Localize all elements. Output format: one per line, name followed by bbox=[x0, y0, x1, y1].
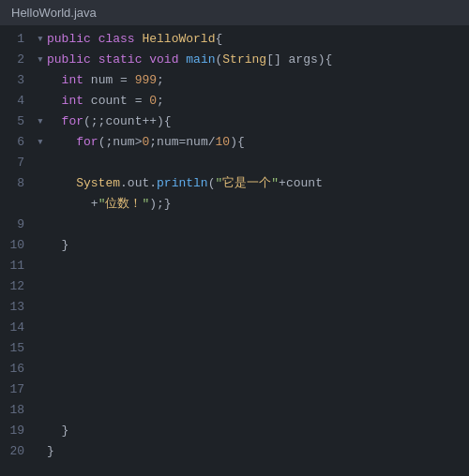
code-line-18: 18 bbox=[0, 400, 469, 421]
fold-arrow-8 bbox=[34, 173, 47, 194]
code-line-11: 11 bbox=[0, 256, 469, 276]
line-content-6: for(;num>0;num=num/10){ bbox=[47, 132, 245, 153]
code-line-3: 3 int num = 999; bbox=[0, 70, 469, 91]
code-line-12: 12 bbox=[0, 276, 469, 297]
code-line-19: 19 } bbox=[0, 421, 469, 441]
line-number-9: 9 bbox=[0, 215, 34, 235]
line-number-13: 13 bbox=[0, 297, 34, 318]
line-number-10: 10 bbox=[0, 235, 34, 256]
code-line-5: 5 ▾ for(;;count++){ bbox=[0, 112, 469, 132]
file-title: HelloWorld.java bbox=[11, 6, 97, 20]
line-number-2: 2 bbox=[0, 50, 34, 70]
code-line-2: 2 ▾ public static void main(String[] arg… bbox=[0, 50, 469, 70]
code-line-1: 1 ▾ public class HelloWorld{ bbox=[0, 29, 469, 50]
fold-arrow-4 bbox=[34, 91, 47, 112]
fold-arrow-5[interactable]: ▾ bbox=[34, 112, 47, 132]
line-number-3: 3 bbox=[0, 70, 34, 91]
code-line-6: 6 ▾ for(;num>0;num=num/10){ bbox=[0, 132, 469, 153]
code-line-14: 14 bbox=[0, 318, 469, 338]
line-number-1: 1 bbox=[0, 29, 34, 50]
line-content-5: for(;;count++){ bbox=[47, 112, 172, 132]
line-content-20: } bbox=[47, 441, 54, 462]
line-number-6: 6 bbox=[0, 132, 34, 153]
line-number-15: 15 bbox=[0, 338, 34, 359]
code-line-10: 10 } bbox=[0, 235, 469, 256]
line-content-8a: System.out.println("它是一个"+count bbox=[47, 173, 323, 194]
line-number-18: 18 bbox=[0, 400, 34, 421]
fold-arrow-20 bbox=[34, 441, 47, 462]
line-number-5: 5 bbox=[0, 112, 34, 132]
line-number-4: 4 bbox=[0, 91, 34, 112]
line-number-19: 19 bbox=[0, 421, 34, 441]
code-line-20: 20 } bbox=[0, 441, 469, 462]
line-content-3: int num = 999; bbox=[47, 70, 164, 91]
code-line-15: 15 bbox=[0, 338, 469, 359]
fold-arrow-3 bbox=[34, 70, 47, 91]
fold-arrow-7 bbox=[34, 153, 47, 173]
line-content-2: public static void main(String[] args){ bbox=[47, 50, 332, 70]
fold-arrow-2[interactable]: ▾ bbox=[34, 50, 47, 70]
code-line-17: 17 bbox=[0, 379, 469, 400]
line-content-19: } bbox=[47, 421, 68, 441]
fold-arrow-6[interactable]: ▾ bbox=[34, 132, 47, 153]
code-line-13: 13 bbox=[0, 297, 469, 318]
line-content-8b: +"位数！");} bbox=[47, 194, 172, 215]
code-line-4: 4 int count = 0; bbox=[0, 91, 469, 112]
fold-arrow-9 bbox=[34, 215, 47, 235]
fold-arrow-1[interactable]: ▾ bbox=[34, 29, 47, 50]
code-line-16: 16 bbox=[0, 359, 469, 379]
line-content-4: int count = 0; bbox=[47, 91, 164, 112]
code-line-7: 7 bbox=[0, 153, 469, 173]
fold-arrow-8b bbox=[34, 194, 47, 215]
line-number-12: 12 bbox=[0, 276, 34, 297]
editor: 1 ▾ public class HelloWorld{ 2 ▾ public … bbox=[0, 25, 469, 471]
code-line-9: 9 bbox=[0, 215, 469, 235]
title-bar: HelloWorld.java bbox=[0, 0, 469, 25]
line-content-10: } bbox=[47, 235, 68, 256]
fold-arrow-10 bbox=[34, 235, 47, 256]
code-line-8: 8 System.out.println("它是一个"+count 8 +"位数… bbox=[0, 173, 469, 215]
line-number-7: 7 bbox=[0, 153, 34, 173]
fold-arrow-19 bbox=[34, 421, 47, 441]
line-number-11: 11 bbox=[0, 256, 34, 276]
line-number-17: 17 bbox=[0, 379, 34, 400]
line-number-8: 8 bbox=[0, 173, 34, 194]
line-number-14: 14 bbox=[0, 318, 34, 338]
line-number-16: 16 bbox=[0, 359, 34, 379]
line-content-1: public class HelloWorld{ bbox=[47, 29, 222, 50]
line-number-20: 20 bbox=[0, 441, 34, 462]
